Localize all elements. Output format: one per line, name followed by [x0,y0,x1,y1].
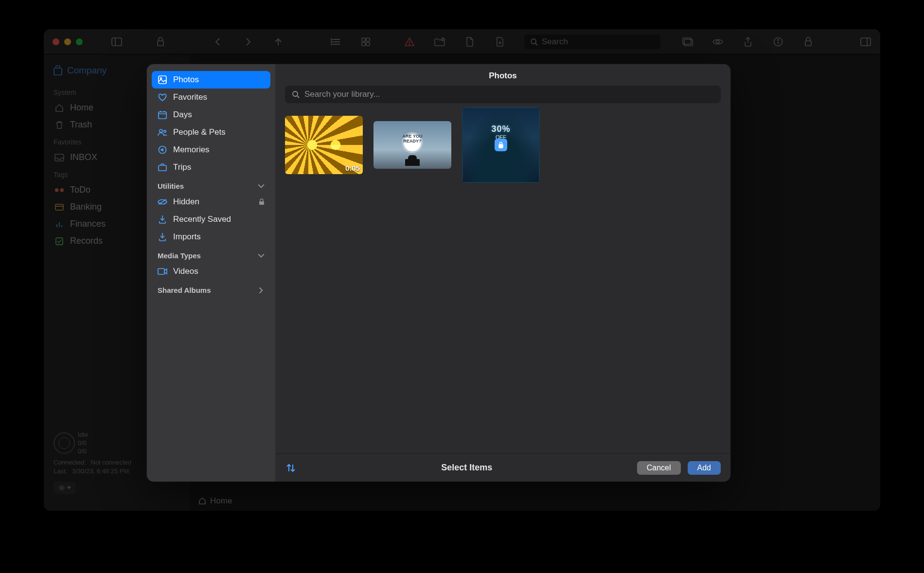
list-view-icon[interactable] [330,36,341,48]
zoom-window-button[interactable] [76,38,83,45]
connected-label: Connected: [53,459,86,466]
utilities-label: Utilities [158,182,184,190]
picker-search-field[interactable] [285,86,721,103]
close-window-button[interactable] [53,38,59,45]
tag-icon: ●● [54,185,64,195]
sidebar-item-trips[interactable]: Trips [152,159,270,176]
warning-icon[interactable] [404,36,415,48]
sidebar-item-videos[interactable]: Videos [152,263,270,280]
svg-rect-29 [55,204,63,210]
svg-point-6 [331,39,332,40]
svg-rect-45 [159,165,166,171]
new-doc-icon[interactable] [464,36,476,48]
sidebar-toggle-icon[interactable] [111,36,123,48]
sort-button[interactable] [285,462,297,474]
svg-rect-36 [159,76,166,84]
breadcrumb[interactable]: Home [198,496,232,506]
grid-view-icon[interactable] [360,36,372,48]
sb-label: Home [70,103,93,113]
new-doc-plus-icon[interactable] [494,36,506,48]
status-ratio1: 0/0 [78,439,88,447]
panel-toggle-icon[interactable] [860,36,871,48]
svg-rect-47 [259,201,264,205]
people-icon [158,127,167,137]
search-icon [292,90,300,98]
sb-label: Banking [70,202,102,212]
sidebar-item-recently-saved[interactable]: Recently Saved [152,211,270,228]
photo-thumbnail[interactable]: 0:05 [285,116,363,174]
photos-grid: 0:05 ARE YOU READY? 30% OFF [275,111,730,453]
svg-point-14 [409,44,410,45]
minimize-window-button[interactable] [64,38,71,45]
import-icon [158,232,167,242]
photos-picker-modal: Photos Favorites Days People & Pets Memo… [147,64,730,482]
status-idle: Idle [78,431,88,438]
bg-search-field[interactable]: Search [524,35,660,49]
photos-icon [158,75,167,85]
lock-icon[interactable] [155,36,166,48]
svg-point-16 [531,39,536,44]
sb-label: Days [173,110,192,120]
svg-rect-12 [366,42,370,46]
tag-icon [54,236,64,246]
back-icon[interactable] [212,36,224,48]
lock-icon [495,139,507,151]
sidebar-item-photos[interactable]: Photos [152,71,270,89]
calendar-icon [158,110,167,120]
photo-thumbnail[interactable]: ARE YOU READY? [373,121,451,169]
lock-icon [259,198,265,205]
photo-thumbnail[interactable]: 30% OFF [462,107,540,183]
home-icon [54,103,64,113]
sb-label: Hidden [173,197,199,207]
svg-rect-24 [805,41,811,46]
suitcase-icon [158,162,167,172]
sidebar-item-people-pets[interactable]: People & Pets [152,124,270,141]
picker-search-input[interactable] [304,90,714,99]
shared-albums-label: Shared Albums [158,286,211,294]
eye-icon[interactable] [712,36,724,48]
svg-point-49 [293,91,298,96]
svg-rect-48 [158,269,164,274]
media-types-header[interactable]: Media Types [152,246,270,263]
sidebar-item-imports[interactable]: Imports [152,228,270,246]
shared-albums-header[interactable]: Shared Albums [152,280,270,297]
forward-icon[interactable] [242,36,254,48]
svg-rect-51 [499,144,503,148]
sb-label: People & Pets [173,127,226,137]
svg-rect-0 [112,38,122,46]
info-icon[interactable] [772,36,784,48]
picker-title: Photos [275,64,730,86]
svg-line-17 [535,43,537,45]
up-icon[interactable] [272,36,284,48]
gallery-icon[interactable] [682,36,693,48]
sidebar-item-favorites[interactable]: Favorites [152,89,270,106]
sidebar-item-hidden[interactable]: Hidden [152,193,270,211]
gear-icon [58,484,65,491]
cancel-button[interactable]: Cancel [637,461,681,475]
svg-rect-38 [159,112,166,119]
settings-menu-button[interactable] [53,482,76,494]
chevron-down-icon [67,486,71,489]
sb-label: INBOX [70,152,97,162]
share-icon[interactable] [742,36,754,48]
add-button[interactable]: Add [688,461,721,475]
last-label: Last: [53,467,67,475]
download-icon [158,215,167,224]
video-duration-badge: 0:05 [345,164,360,172]
svg-point-20 [716,40,719,43]
hidden-icon [158,197,167,207]
memories-icon [158,145,167,155]
sb-label: Videos [173,267,198,276]
svg-point-23 [778,39,779,40]
lock-icon-2[interactable] [802,36,814,48]
last-value: 3/30/23, 6:48:25 PM [72,467,129,475]
svg-point-42 [160,129,162,132]
svg-rect-2 [158,41,163,46]
tag-icon [54,219,64,229]
utilities-header[interactable]: Utilities [152,176,270,193]
sb-label: Trips [173,162,191,172]
breadcrumb-label: Home [210,496,232,506]
sidebar-item-days[interactable]: Days [152,106,270,124]
new-folder-icon[interactable] [434,36,445,48]
sidebar-item-memories[interactable]: Memories [152,141,270,159]
